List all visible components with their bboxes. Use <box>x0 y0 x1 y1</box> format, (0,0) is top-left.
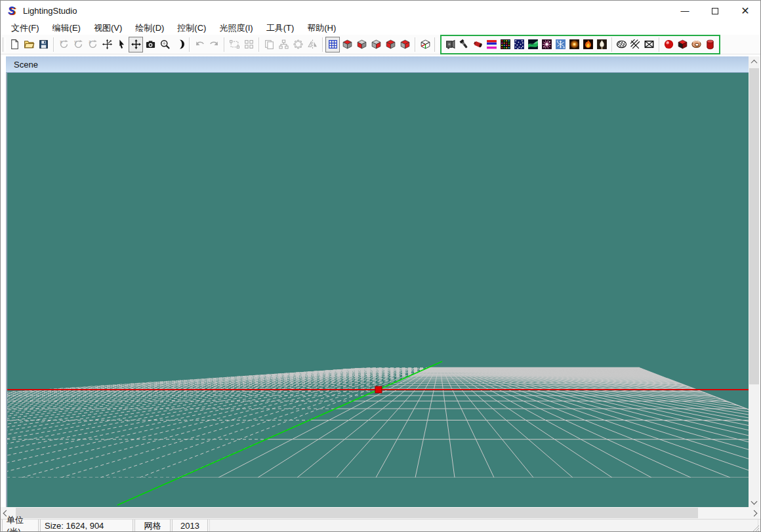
view-cube-2-button[interactable] <box>354 37 369 52</box>
cubeaxes-icon <box>420 39 431 50</box>
scene-3d-canvas[interactable] <box>7 73 749 507</box>
toolbar-group-lighting-effects <box>443 37 609 52</box>
minimize-icon: — <box>681 6 689 16</box>
svg-text:y: y <box>74 39 77 45</box>
copy-icon <box>264 39 275 50</box>
light-starfield-button[interactable] <box>512 37 526 52</box>
light-spot-button[interactable] <box>471 37 485 52</box>
scene-viewport[interactable] <box>7 73 749 507</box>
chevron-down-icon <box>751 499 758 505</box>
status-unit-pane: 单位(米) <box>2 520 39 532</box>
menu-item-tools[interactable]: 工具(T) <box>260 21 301 35</box>
save-file-button[interactable] <box>36 37 51 52</box>
light-projector-button[interactable] <box>443 37 457 52</box>
pan-button[interactable] <box>129 37 143 52</box>
light-aurora-button[interactable] <box>526 37 540 52</box>
open-file-button[interactable] <box>22 37 36 52</box>
scroll-up-button[interactable] <box>749 56 760 68</box>
window-title: LightingStudio <box>23 6 77 16</box>
menu-item-illuminance[interactable]: 光照度(I) <box>213 21 259 35</box>
light-snowflake-button[interactable] <box>554 37 567 52</box>
cylinder-icon <box>705 39 716 50</box>
size-label: Size: 1624, 904 <box>45 521 104 531</box>
horizontal-scrollbar[interactable] <box>1 507 760 519</box>
gridblue-icon <box>327 39 339 50</box>
unit-label: 单位(米) <box>7 514 34 532</box>
menu-item-view[interactable]: 视图(V) <box>87 21 129 35</box>
mesh-ball-button[interactable] <box>615 37 628 52</box>
maximize-button[interactable] <box>700 1 730 21</box>
resize-grip[interactable] <box>752 524 760 532</box>
scroll-right-button[interactable] <box>749 507 760 519</box>
menu-item-help[interactable]: 帮助(H) <box>300 21 342 35</box>
shape-cube-button[interactable] <box>676 37 689 52</box>
app-logo-icon: S S S <box>7 5 18 17</box>
rotate-x-button: x <box>56 37 71 52</box>
light-fireworks-button[interactable] <box>540 37 554 52</box>
menu-item-edit[interactable]: 编辑(E) <box>46 21 87 35</box>
light-glow-button[interactable] <box>567 37 581 52</box>
light-led-matrix-button[interactable] <box>499 37 512 52</box>
light-flashlight-button[interactable] <box>457 37 471 52</box>
vertical-scrollbar-thumb[interactable] <box>749 68 759 384</box>
toolbar-separator <box>258 37 259 52</box>
toolbar-separator <box>322 37 323 52</box>
toolbar-group-file <box>7 37 51 52</box>
rotz-icon: z <box>87 39 98 50</box>
hatch-lines-button[interactable] <box>628 37 642 52</box>
light-torch-button[interactable] <box>595 37 609 52</box>
scroll-down-button[interactable] <box>749 496 760 507</box>
snow-icon <box>555 39 566 50</box>
cube1-icon <box>342 39 353 50</box>
menu-item-file[interactable]: 文件(F) <box>5 21 46 35</box>
toolbar-separator <box>224 37 224 52</box>
move-axes-button[interactable] <box>100 37 114 52</box>
view-cube-4-button[interactable] <box>383 37 398 52</box>
origin-marker[interactable] <box>375 386 382 393</box>
year-label: 2013 <box>180 521 199 531</box>
light-fire-button[interactable] <box>581 37 595 52</box>
truss-frame-button[interactable] <box>642 37 656 52</box>
toolbar-group-history <box>192 37 221 52</box>
undo-button <box>192 37 207 52</box>
title-bar: S S S LightingStudio — ✕ <box>1 1 760 21</box>
new-file-button[interactable] <box>7 37 22 52</box>
toolbar-separator <box>611 37 612 52</box>
zoom-button[interactable] <box>157 37 172 52</box>
vertical-scrollbar[interactable] <box>749 56 760 507</box>
pan-icon <box>131 39 142 50</box>
hierarchy-button <box>276 37 291 52</box>
shape-ring-button[interactable] <box>689 37 703 52</box>
close-button[interactable]: ✕ <box>730 1 760 21</box>
sphere-icon <box>663 39 674 50</box>
menu-item-control[interactable]: 控制(C) <box>171 21 213 35</box>
cube4-icon <box>385 39 396 50</box>
view-cube-3-button[interactable] <box>369 37 383 52</box>
status-bar: 单位(米) Size: 1624, 904 网格 2013 <box>1 519 760 532</box>
camera-button[interactable] <box>143 37 157 52</box>
toolbar-group-axonometric <box>418 37 432 52</box>
scene-window-title-bar[interactable]: Scene <box>6 56 749 73</box>
shape-cylinder-button[interactable] <box>703 37 717 52</box>
select-cursor-button[interactable] <box>114 37 129 52</box>
orbit-arc-button[interactable] <box>172 37 186 52</box>
torch-icon <box>596 39 607 50</box>
toolbar-separator <box>53 37 54 52</box>
shape-sphere-button[interactable] <box>662 37 676 52</box>
minimize-button[interactable]: — <box>670 1 700 21</box>
toolbar-separator <box>189 37 190 52</box>
view-cube-axes-button[interactable] <box>418 37 432 52</box>
lighting-toolbar-highlight-box <box>440 35 720 54</box>
horizontal-scrollbar-thumb[interactable] <box>16 508 698 518</box>
view-cube-5-button[interactable] <box>398 37 412 52</box>
light-stripes-button[interactable] <box>485 37 499 52</box>
stats-icon <box>278 39 289 50</box>
grid-toggle-button[interactable] <box>325 37 340 52</box>
menu-item-draw[interactable]: 绘制(D) <box>129 21 171 35</box>
dots-icon <box>293 39 304 50</box>
arc-icon <box>174 39 185 50</box>
view-cube-1-button[interactable] <box>340 37 354 52</box>
chevron-right-icon <box>751 510 758 516</box>
glow-icon <box>569 39 580 50</box>
redo-icon <box>209 39 220 50</box>
